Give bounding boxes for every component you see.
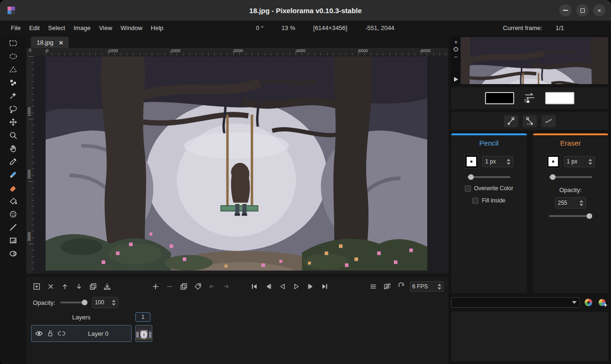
remove-layer-button[interactable] [45, 281, 56, 292]
pan-tool[interactable] [5, 142, 22, 155]
move-layer-up-button[interactable] [59, 281, 70, 292]
next-frame-button[interactable] [305, 281, 316, 292]
merge-layer-button[interactable] [102, 281, 113, 292]
frame-tag-button[interactable] [192, 281, 204, 292]
fps-spinbox[interactable]: 6 FPS [410, 281, 444, 292]
layer-row[interactable]: Layer 0 [31, 325, 132, 342]
tab-close-icon[interactable]: × [59, 39, 63, 46]
loop-button[interactable] [396, 281, 407, 292]
layer-link-cels-icon[interactable] [57, 329, 66, 338]
eraser-brush-button[interactable] [546, 155, 560, 169]
canvas-tab[interactable]: 18.jpg × [31, 37, 69, 48]
remove-frame-button[interactable] [164, 281, 175, 292]
menu-view[interactable]: View [95, 23, 117, 33]
go-first-frame-button[interactable] [249, 281, 260, 292]
pencil-size-slider[interactable] [467, 176, 510, 178]
opacity-down-icon[interactable] [112, 303, 116, 306]
pencil-size-up-icon[interactable] [507, 159, 510, 161]
line-tool[interactable] [5, 221, 22, 233]
fps-down-icon[interactable] [438, 287, 441, 290]
ellipse-tool[interactable] [5, 247, 22, 260]
menu-help[interactable]: Help [147, 23, 168, 33]
clone-frame-button[interactable] [178, 281, 189, 292]
ellipse-select-tool[interactable] [5, 50, 22, 62]
palette-select[interactable] [451, 297, 580, 308]
pencil-brush-button[interactable] [464, 155, 478, 169]
menu-image[interactable]: Image [70, 23, 95, 33]
pencil-tool[interactable] [5, 168, 22, 181]
eraser-size-up-icon[interactable] [588, 159, 592, 161]
play-button[interactable] [291, 281, 302, 292]
clone-layer-button[interactable] [87, 281, 99, 292]
menu-file[interactable]: File [7, 23, 25, 33]
preview-zoom-in-button[interactable]: + [452, 38, 460, 46]
layer-opacity-slider[interactable] [60, 302, 87, 303]
go-last-frame-button[interactable] [319, 281, 330, 292]
menu-edit[interactable]: Edit [25, 23, 44, 33]
eraser-opacity-spinbox[interactable]: 255 [555, 197, 586, 209]
canvas-viewport[interactable] [34, 55, 448, 274]
move-layer-down-button[interactable] [73, 281, 85, 292]
move-frame-right-button[interactable] [220, 281, 232, 292]
eraser-size-down-icon[interactable] [588, 163, 592, 165]
overwrite-color-box[interactable] [465, 186, 471, 192]
fps-up-icon[interactable] [438, 284, 441, 286]
move-tool[interactable] [5, 116, 22, 128]
frame-header-button[interactable]: 1 [135, 312, 150, 322]
timeline-settings-button[interactable] [368, 281, 379, 292]
add-palette-button[interactable] [597, 297, 608, 308]
layer-opacity-knob[interactable] [82, 300, 87, 305]
onion-skin-button[interactable] [382, 281, 393, 292]
zoom-tool[interactable] [5, 129, 22, 141]
eraser-opacity-up-icon[interactable] [580, 200, 583, 202]
move-frame-left-button[interactable] [206, 281, 218, 292]
eraser-opacity-slider[interactable] [549, 215, 592, 217]
layer-opacity-spinbox[interactable]: 100 [92, 297, 118, 308]
bucket-tool[interactable] [5, 194, 22, 207]
pixel-perfect-button[interactable] [541, 115, 556, 127]
pencil-size-down-icon[interactable] [507, 163, 510, 165]
background-color-swatch[interactable] [545, 92, 574, 104]
layer-lock-icon[interactable] [46, 329, 55, 338]
eraser-tool[interactable] [5, 181, 22, 194]
menu-select[interactable]: Select [44, 23, 69, 33]
rectangle-select-tool[interactable] [5, 37, 22, 49]
lasso-select-tool[interactable] [5, 102, 22, 115]
eraser-size-knob[interactable] [550, 174, 556, 180]
color-select-tool[interactable] [5, 76, 22, 89]
overwrite-color-checkbox[interactable]: Overwrite Color [465, 185, 513, 192]
mirror-vertical-button[interactable] [523, 115, 537, 127]
eraser-size-slider[interactable] [549, 176, 592, 178]
add-frame-button[interactable] [150, 281, 161, 292]
color-picker-tool[interactable] [5, 155, 22, 168]
fill-inside-box[interactable] [472, 198, 478, 204]
menu-window[interactable]: Window [117, 23, 147, 33]
minimize-button[interactable] [559, 4, 572, 16]
rectangle-tool[interactable] [5, 234, 22, 247]
layer-visibility-icon[interactable] [34, 329, 44, 338]
polygon-select-tool[interactable] [5, 63, 22, 76]
swap-colors-icon[interactable] [524, 92, 536, 105]
close-button[interactable]: × [593, 4, 605, 16]
maximize-button[interactable] [576, 4, 588, 16]
play-backwards-button[interactable] [277, 281, 288, 292]
title-bar[interactable]: 18.jpg - Pixelorama v0.10.3-stable × [0, 0, 611, 21]
fill-inside-checkbox[interactable]: Fill inside [472, 197, 505, 204]
canvas-image[interactable] [46, 56, 427, 271]
previous-frame-button[interactable] [263, 281, 274, 292]
mirror-horizontal-button[interactable] [504, 115, 518, 127]
eraser-opacity-knob[interactable] [587, 213, 592, 219]
edit-palette-button[interactable] [583, 297, 594, 308]
magic-wand-tool[interactable] [5, 89, 22, 102]
add-layer-button[interactable] [31, 281, 42, 292]
eraser-opacity-down-icon[interactable] [580, 204, 583, 206]
foreground-color-swatch[interactable] [485, 92, 514, 104]
pencil-size-spinbox[interactable]: 1 px [482, 156, 513, 167]
shading-tool[interactable] [5, 208, 22, 220]
opacity-up-icon[interactable] [112, 300, 116, 302]
pencil-size-knob[interactable] [468, 174, 474, 180]
preview-zoom-out-button[interactable]: − [452, 53, 460, 61]
cel-thumbnail[interactable] [135, 325, 152, 342]
preview-play-button[interactable] [452, 76, 460, 83]
eraser-size-spinbox[interactable]: 1 px [564, 156, 595, 167]
